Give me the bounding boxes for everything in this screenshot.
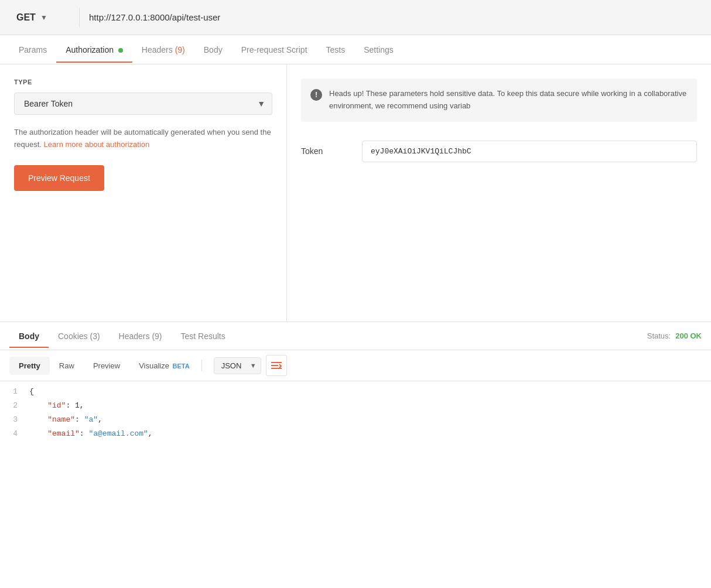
line-number-3: 3 bbox=[0, 415, 29, 424]
tab-headers[interactable]: Headers (9) bbox=[132, 37, 194, 63]
format-raw-button[interactable]: Raw bbox=[50, 357, 84, 375]
code-area: 1 { 2 "id": 1, 3 "name": "a", 4 "email":… bbox=[0, 381, 711, 447]
line-content-1: { bbox=[29, 387, 34, 396]
auth-left-panel: TYPE Bearer Token ▼ The authorization he… bbox=[0, 64, 287, 322]
code-line-3: 3 "name": "a", bbox=[0, 414, 711, 428]
method-label: GET bbox=[16, 12, 36, 23]
type-label: TYPE bbox=[14, 78, 272, 86]
method-select[interactable]: GET ▼ bbox=[9, 8, 80, 28]
auth-type-select[interactable]: Bearer Token bbox=[14, 93, 272, 115]
line-number-1: 1 bbox=[0, 387, 29, 396]
line-content-2: "id": 1, bbox=[29, 401, 84, 410]
format-visualize-button[interactable]: Visualize BETA bbox=[129, 357, 199, 375]
token-label: Token bbox=[301, 146, 348, 156]
tab-prerequest[interactable]: Pre-request Script bbox=[232, 37, 317, 63]
status-area: Status: 200 OK bbox=[647, 331, 702, 340]
status-label: Status: bbox=[647, 331, 671, 340]
learn-more-link[interactable]: Learn more about authorization bbox=[44, 140, 150, 149]
info-banner: ! Heads up! These parameters hold sensit… bbox=[301, 78, 697, 122]
bearer-select-wrapper: Bearer Token ▼ bbox=[14, 93, 272, 115]
tab-params[interactable]: Params bbox=[9, 37, 56, 63]
status-value: 200 OK bbox=[675, 331, 702, 340]
token-row: Token bbox=[301, 141, 697, 162]
json-select-wrapper: JSON ▼ bbox=[214, 357, 261, 374]
response-tabs: Body Cookies (3) Headers (9) Test Result… bbox=[0, 322, 711, 350]
auth-description: The authorization header will be automat… bbox=[14, 127, 272, 151]
token-input[interactable] bbox=[362, 141, 697, 162]
method-chevron: ▼ bbox=[40, 13, 47, 22]
info-text: Heads up! These parameters hold sensitiv… bbox=[329, 88, 688, 112]
authorization-active-dot bbox=[118, 48, 123, 53]
main-content: TYPE Bearer Token ▼ The authorization he… bbox=[0, 64, 711, 322]
format-divider bbox=[201, 360, 202, 371]
line-content-4: "email": "a@email.com", bbox=[29, 429, 153, 438]
svg-rect-1 bbox=[271, 365, 278, 366]
tab-authorization[interactable]: Authorization bbox=[56, 37, 132, 63]
wrap-button[interactable] bbox=[266, 355, 287, 376]
info-icon: ! bbox=[310, 89, 322, 101]
response-tab-test-results[interactable]: Test Results bbox=[172, 324, 235, 348]
tab-tests[interactable]: Tests bbox=[317, 37, 355, 63]
url-input[interactable] bbox=[80, 8, 702, 27]
format-preview-button[interactable]: Preview bbox=[84, 357, 129, 375]
auth-right-panel: ! Heads up! These parameters hold sensit… bbox=[287, 64, 711, 322]
format-pretty-button[interactable]: Pretty bbox=[9, 357, 50, 375]
code-toolbar: Pretty Raw Preview Visualize BETA JSON ▼ bbox=[0, 350, 711, 381]
beta-badge: BETA bbox=[173, 363, 190, 370]
preview-request-button[interactable]: Preview Request bbox=[14, 165, 104, 191]
line-content-3: "name": "a", bbox=[29, 415, 102, 424]
response-section: Body Cookies (3) Headers (9) Test Result… bbox=[0, 322, 711, 447]
code-line-1: 1 { bbox=[0, 386, 711, 400]
headers-badge: (9) bbox=[175, 45, 185, 54]
request-tabs: Params Authorization Headers (9) Body Pr… bbox=[0, 35, 711, 64]
code-line-2: 2 "id": 1, bbox=[0, 400, 711, 414]
svg-rect-2 bbox=[271, 368, 282, 369]
response-tab-headers[interactable]: Headers (9) bbox=[110, 324, 172, 348]
line-number-4: 4 bbox=[0, 429, 29, 438]
svg-rect-0 bbox=[271, 362, 282, 363]
wrap-icon bbox=[271, 361, 282, 370]
tab-settings[interactable]: Settings bbox=[354, 37, 403, 63]
line-number-2: 2 bbox=[0, 401, 29, 410]
response-tab-body[interactable]: Body bbox=[9, 324, 49, 348]
response-tab-cookies[interactable]: Cookies (3) bbox=[49, 324, 110, 348]
code-line-4: 4 "email": "a@email.com", bbox=[0, 428, 711, 442]
tab-body[interactable]: Body bbox=[194, 37, 232, 63]
url-bar: GET ▼ bbox=[0, 0, 711, 35]
language-select[interactable]: JSON bbox=[214, 357, 261, 374]
